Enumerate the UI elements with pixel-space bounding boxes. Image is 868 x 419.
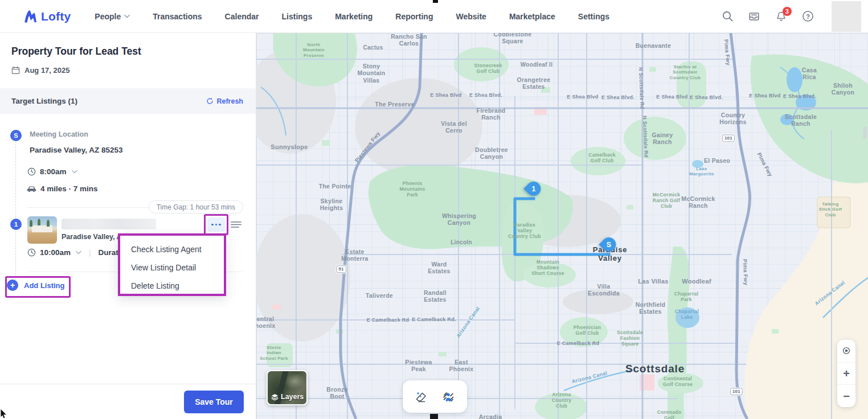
map-label: E Shea Blvd [656, 94, 687, 100]
map-label: Mountain Shadows Short Course [531, 259, 564, 276]
nav-item-label: Reporting [395, 12, 433, 21]
avatar[interactable] [832, 1, 861, 32]
map-label: Piestewa Peak [405, 359, 432, 373]
search-icon [722, 10, 734, 22]
map-label: N Scottsdale Rd [641, 116, 649, 158]
map-label: Villa Escondida [588, 283, 620, 297]
map-label: Bronze Boot [326, 386, 347, 400]
add-listing-label: Add Listing [24, 281, 65, 290]
nav-item-reporting[interactable]: Reporting [395, 12, 433, 21]
help-button[interactable]: ? [801, 10, 814, 23]
map-label: Ward Estates [428, 261, 450, 275]
nav-item-label: Calendar [225, 12, 259, 21]
street-view-button[interactable] [440, 388, 457, 405]
refresh-icon [206, 97, 214, 105]
map-label: E Shea Blvd [430, 92, 461, 98]
map-pin-s[interactable]: S [602, 237, 616, 254]
drive-info: 4 miles · 7 mins [40, 184, 98, 193]
nav-right: 3 ? [721, 1, 861, 32]
meeting-time-row[interactable]: 8:00am [27, 167, 77, 176]
notifications-button[interactable]: 3 [775, 10, 787, 23]
nav-item-people[interactable]: People [95, 12, 130, 21]
map-label: Starfire at Scottsdale Country Club [670, 64, 701, 80]
nav-item-calendar[interactable]: Calendar [225, 12, 259, 21]
map-label: Stonecreek Golf Club [474, 63, 502, 74]
nav-item-website[interactable]: Website [456, 12, 486, 21]
map-tools [403, 380, 467, 413]
listing-time-row[interactable]: 10:00am | Duratio [27, 248, 125, 257]
listing-context-menu: Check Listing AgentView Listing DetailDe… [118, 233, 226, 296]
nav-item-label: Transactions [153, 12, 202, 21]
map-pin-1[interactable]: 1 [527, 182, 541, 199]
map-label: Phoenician Golf Club [574, 324, 601, 336]
draw-erase-button[interactable] [413, 388, 430, 405]
map-canvas[interactable]: North Mountain PreserveCactusRancho San … [256, 33, 868, 419]
zoom-in-button[interactable]: + [837, 362, 855, 385]
clock-icon [27, 167, 36, 176]
svg-text:?: ? [806, 13, 810, 20]
map-label: Talking Stick Golf Club [819, 202, 842, 217]
nav-item-marketing[interactable]: Marketing [335, 12, 372, 21]
zoom-out-button[interactable]: − [837, 384, 855, 407]
refresh-label: Refresh [216, 97, 243, 105]
connector-line [15, 231, 16, 280]
refresh-button[interactable]: Refresh [206, 97, 243, 105]
nav-item-marketplace[interactable]: Marketplace [509, 12, 555, 21]
meeting-location-label: Meeting Location [30, 130, 88, 138]
map-label: Camelback Golf Club [588, 152, 616, 163]
map-label: E Shea Blvd. [690, 95, 723, 101]
divider: | [89, 248, 91, 257]
map-label: Orangetree Estates [517, 76, 550, 91]
minus-icon: − [843, 391, 850, 402]
nav-item-label: Listings [282, 12, 313, 21]
eraser-sparkle-icon [414, 389, 429, 404]
tour-panel: Property Tour for Lead Test Aug 17, 2025… [0, 33, 256, 419]
nav-item-settings[interactable]: Settings [578, 12, 609, 21]
nav-item-label: Settings [578, 12, 609, 21]
listing-photo[interactable] [27, 216, 57, 244]
chevron-down-icon [76, 250, 81, 254]
map-label: E Camelback Rd [557, 340, 600, 347]
menu-item-delete-listing[interactable]: Delete Listing [120, 277, 224, 295]
layers-button[interactable]: Layers [267, 370, 308, 405]
map-label: 101 [730, 388, 743, 395]
map-label: Lincoln [451, 239, 472, 246]
layers-icon [271, 393, 279, 401]
drag-handle-icon [231, 220, 241, 229]
drag-handle[interactable] [231, 220, 241, 231]
meeting-time: 8:00am [40, 167, 67, 176]
nav-item-transactions[interactable]: Transactions [153, 12, 202, 21]
chevron-down-icon [124, 14, 130, 18]
lofty-logo[interactable]: Lofty [22, 9, 71, 24]
search-button[interactable] [721, 10, 734, 23]
listing-more-button[interactable] [207, 217, 225, 232]
map-label: Chaparral Lake [675, 309, 699, 320]
add-listing-button[interactable]: + Add Listing [7, 280, 65, 291]
map-label: McCormick Ranch Golf Club [653, 192, 681, 209]
nav-items: PeopleTransactionsCalendarListingsMarket… [95, 12, 609, 21]
save-tour-button[interactable]: Save Tour [184, 391, 244, 413]
map-label: 51 [336, 265, 346, 273]
nav-item-listings[interactable]: Listings [282, 12, 313, 21]
target-listings-title: Target Listings (1) [11, 97, 77, 105]
map-label: Cobblestone Square [494, 33, 532, 44]
inbox-button[interactable] [748, 10, 760, 23]
plus-icon: + [843, 368, 850, 379]
map-label: Woodleaf II [521, 61, 552, 68]
car-icon [27, 185, 36, 193]
layers-label: Layers [281, 393, 304, 401]
nav-item-label: Marketplace [509, 12, 555, 21]
map-label: E Camelback Rd. [412, 317, 456, 323]
map-label: Pima Fwy [756, 151, 774, 178]
map-label: Scottsdale Ranch [785, 113, 817, 128]
menu-item-check-listing-agent[interactable]: Check Listing Agent [120, 240, 224, 258]
locate-button[interactable] [837, 340, 855, 362]
map-label: Vista del Cerro [441, 120, 467, 134]
map-label: Firebrand Ranch [476, 107, 505, 121]
map-label: Whispering Canyon [442, 212, 476, 227]
map-label: The Pointe [319, 183, 351, 190]
tour-date[interactable]: Aug 17, 2025 [11, 66, 70, 75]
menu-item-view-listing-detail[interactable]: View Listing Detail [120, 258, 224, 277]
map-label: Arizona Canal [814, 280, 846, 307]
meeting-stop-badge: S [10, 130, 22, 141]
